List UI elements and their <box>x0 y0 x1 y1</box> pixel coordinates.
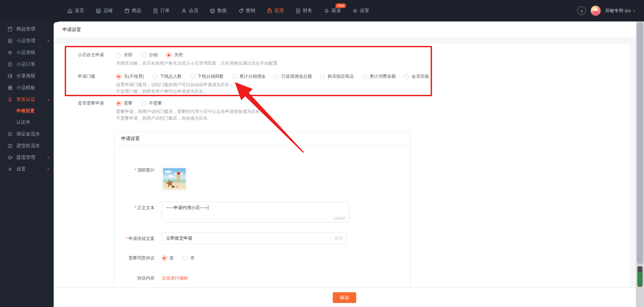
helper-text: 关闭此功能，非店长的用户将无法进入小店管理页面，店长资格仅通过后台手动配置 <box>116 60 623 66</box>
nav-order[interactable]: 订单 <box>153 8 170 14</box>
required-mark: * <box>135 168 136 173</box>
nav-label: 会员 <box>189 8 198 14</box>
sidebar-item-qualification[interactable]: 资质认证 ▴ <box>0 94 54 105</box>
user-menu[interactable]: 郑敏专用~jcs ∨ <box>605 8 635 14</box>
sidebar-item-shop-template[interactable]: 小店模板 <box>0 82 54 94</box>
purchase-flow-icon <box>7 143 13 148</box>
nav-apps[interactable]: 应用 <box>267 8 284 14</box>
nav-goods[interactable]: 商品 <box>124 8 141 14</box>
edit-agreement-link[interactable]: 点击进行编辑 <box>162 275 188 281</box>
required-mark: * <box>135 205 136 210</box>
sidebar-item-shop-manage[interactable]: 小店管理 ▾ <box>0 35 54 47</box>
shop-orders-icon <box>7 62 13 67</box>
field-body-text: *正文文本 ~~~申请代理小店~~~ 12/400 <box>114 202 349 223</box>
radio-option-selected[interactable]: 关闭 <box>166 52 183 58</box>
sidebar-item-label: 保证金流水 <box>16 131 40 137</box>
radio-option-selected[interactable]: 需要 <box>116 100 132 106</box>
body-text-textarea[interactable]: ~~~申请代理小店~~~ 12/400 <box>162 202 349 223</box>
radio-option[interactable]: 累计消费金额 <box>362 73 396 79</box>
member-icon <box>181 8 187 14</box>
sidebar-item-label: 设置 <box>16 166 26 172</box>
body-text-value: ~~~申请代理小店~~~ <box>166 205 208 210</box>
text-caret <box>208 205 208 210</box>
chevron-up-icon: ▴ <box>47 98 49 101</box>
radio-option[interactable]: 否 <box>182 255 195 261</box>
helper-text: 设置申请门槛后，达到门槛的用户可以自动或申请成为店长； <box>116 82 623 88</box>
sidebar-item-label: 分享海报 <box>16 73 35 79</box>
avatar[interactable] <box>591 6 601 16</box>
sidebar-item-share-poster[interactable]: 分享海报 <box>0 70 54 82</box>
button-text-value: 立即提交申请 <box>166 235 192 241</box>
radio-option-selected[interactable]: 是 <box>162 255 174 261</box>
agreement-radio-group: 是 否 <box>162 255 195 261</box>
radio-option[interactable]: 累计分销佣金 <box>232 73 266 79</box>
nav-label: 数据 <box>217 8 227 14</box>
helper-text: 不需要申请，则用户达到门槛后，自动成为店长 <box>116 115 623 121</box>
need-apply-radio-group: 需要 不需要 <box>116 100 162 106</box>
threshold-radio-group: 无(不推荐) 下线总人数 下线分销商数 累计分销佣金 已提现佣金总额 购买指定商… <box>116 73 429 79</box>
sidebar-subitem-certificate[interactable]: 认证书 <box>0 117 54 128</box>
finance-icon <box>295 8 301 14</box>
nav-channel[interactable]: 渠道 new <box>324 8 341 14</box>
radio-option[interactable]: 购买指定商品 <box>320 73 354 79</box>
store-icon <box>96 8 101 14</box>
radio-option[interactable]: 下线分销商数 <box>190 73 224 79</box>
nav-settings[interactable]: 设置 <box>352 8 369 14</box>
nav-label: 渠道 <box>331 8 341 14</box>
share-poster-icon <box>7 73 13 79</box>
save-button[interactable]: 保存 <box>333 292 356 303</box>
apply-settings-section: 申请设置 *顶部图片 <box>114 131 411 287</box>
home-icon <box>67 8 73 14</box>
field-agreement-content: 协议内容 点击进行编辑 <box>114 275 188 282</box>
radio-option-selected[interactable]: 无(不推荐) <box>116 73 144 79</box>
sidebar-item-label: 认证书 <box>16 119 30 125</box>
nav-store[interactable]: 店铺 <box>96 8 113 14</box>
sidebar-item-label: 商品管理 <box>16 26 35 32</box>
goods-manage-icon <box>7 26 13 32</box>
sidebar-item-settings[interactable]: 设置 ▾ <box>0 163 54 175</box>
sidebar-item-label: 小店管理 <box>16 38 35 44</box>
form-row-need-apply: 是否需要申请 需要 不需要 需要申请，则用户达到门槛后，需要到代理小店中心点击申… <box>54 100 623 121</box>
button-text-input[interactable]: 立即提交申请 6/10 <box>162 233 346 244</box>
helper-text: 不设置门槛，则所有用户都可以申请成为店长。 <box>116 88 623 95</box>
sidebar-item-shop-orders[interactable]: 小店订单 <box>0 58 54 70</box>
form-row-threshold: 申请门槛 无(不推荐) 下线总人数 下线分销商数 累计分销佣金 已提现佣金总额 … <box>54 73 623 95</box>
goods-icon <box>124 8 130 14</box>
sidebar-subitem-apply-settings[interactable]: 申请设置 <box>0 105 54 117</box>
scrollbar-thumb[interactable] <box>637 22 643 264</box>
radio-icon <box>141 53 146 58</box>
sidebar-settings-icon <box>7 167 13 172</box>
radio-option[interactable]: 已提现佣金总额 <box>274 73 312 79</box>
sidebar-item-goods-manage[interactable]: 商品管理 <box>0 23 54 35</box>
radio-option[interactable]: 全部 <box>116 52 132 58</box>
radio-icon <box>116 101 121 106</box>
radio-icon <box>320 74 325 79</box>
sidebar-item-label: 小店订单 <box>16 61 35 67</box>
sidebar-item-label: 提现管理 <box>16 155 35 161</box>
field-label: 申请门槛 <box>78 73 116 80</box>
download-icon[interactable] <box>577 6 586 15</box>
radio-icon <box>274 74 279 79</box>
nav-member[interactable]: 会员 <box>181 8 198 14</box>
radio-option[interactable]: 不需要 <box>141 100 162 106</box>
nav-marketing[interactable]: 营销 <box>238 8 255 14</box>
nav-finance[interactable]: 财务 <box>295 8 312 14</box>
sidebar-item-deposit-flow[interactable]: 保证金流水 <box>0 128 54 140</box>
radio-option[interactable]: 会员等级 <box>404 73 429 79</box>
field-top-image: *顶部图片 <box>114 167 187 191</box>
sidebar-item-purchase-flow[interactable]: 进货款流水 <box>0 140 54 151</box>
radio-option[interactable]: 下线总人数 <box>152 73 182 79</box>
nav-home[interactable]: 首页 <box>67 8 84 14</box>
radio-option[interactable]: 分销 <box>141 52 158 58</box>
radio-icon <box>116 74 121 79</box>
radio-icon <box>182 256 187 261</box>
chevron-down-icon: ∨ <box>633 9 635 13</box>
nav-label: 设置 <box>360 8 369 14</box>
sidebar-item-withdraw-manage[interactable]: 提现管理 ▾ <box>0 151 54 163</box>
sidebar-item-shop-level[interactable]: 小店等级 <box>0 47 54 58</box>
top-image-thumbnail[interactable] <box>162 167 187 191</box>
footer-bar: 保存 <box>54 288 635 307</box>
sidebar: 商品管理 小店管理 ▾ 小店等级 小店订单 分享海报 小店模板 资质认证 ▴ 申… <box>0 21 54 307</box>
nav-data[interactable]: 数据 <box>210 8 227 14</box>
beach-image <box>163 168 186 190</box>
